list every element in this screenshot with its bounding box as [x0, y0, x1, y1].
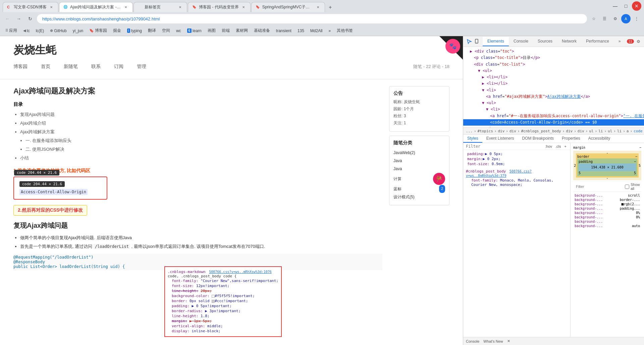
tab-close-csdn[interactable]: ✕ [49, 5, 54, 10]
show-all-check[interactable] [625, 185, 629, 189]
tree-line-selected[interactable]: <code>Access-Control-Allow-Origin</code>… [463, 119, 644, 126]
reload-button[interactable]: ↻ [25, 14, 35, 23]
tab-sources[interactable]: Sources [533, 37, 557, 46]
right-filter-input[interactable] [576, 185, 622, 189]
tree-line[interactable]: <a href="#ajax跨域解决方案">Ajax跨域解决方案</a> [463, 93, 644, 100]
bc-dots[interactable]: ... [466, 129, 473, 133]
tree-line[interactable]: <a href="#一-在服务端添加响应头access-control-allo… [463, 113, 644, 119]
styles-tab-styles[interactable]: Styles [463, 135, 482, 143]
bc-li2[interactable]: li [617, 129, 622, 133]
profile-icon[interactable]: A [621, 14, 631, 23]
cls-button[interactable]: .cls [554, 144, 562, 149]
menu-icon[interactable]: ⋮ [632, 14, 641, 23]
tree-line[interactable]: ▶ <li></li> [463, 80, 644, 87]
extensions-icon[interactable]: ⚙ [610, 14, 620, 23]
bookmark-draw[interactable]: 画图 [205, 27, 218, 34]
bookmark-materials[interactable]: 素材网 [233, 27, 251, 34]
tab-close-spring[interactable]: ✕ [315, 5, 321, 10]
bc-div4[interactable]: div [578, 129, 584, 133]
bookmark-typing[interactable]: t typing [124, 27, 145, 34]
tab-network[interactable]: Network [557, 37, 581, 46]
tab-performance[interactable]: Performance [581, 37, 614, 46]
nav-contact[interactable]: 联系 [91, 64, 101, 70]
styles-tab-properties[interactable]: Properties [558, 135, 584, 143]
bc-code[interactable]: code [634, 129, 643, 133]
bookmark-md2all[interactable]: Md2All [308, 27, 325, 34]
maximize-button[interactable]: □ [621, 1, 631, 11]
bookmark-transient[interactable]: transient [273, 27, 294, 34]
bookmark-translate[interactable]: 翻译 [145, 27, 159, 34]
tree-line[interactable]: <div class="toc-list"> [463, 61, 644, 68]
category-item-design[interactable]: 设计模式(5) [393, 193, 445, 201]
bookmark-others[interactable]: 其他书签 [334, 27, 356, 34]
whatsnew-tab-bottom[interactable]: What's New [483, 339, 503, 343]
tree-line[interactable]: <p class="toc-title">目录</p> [463, 55, 644, 61]
bookmark-lc[interactable]: ◀ lc [20, 27, 33, 34]
bookmark-135[interactable]: 135 [295, 27, 307, 34]
new-tab-button[interactable]: + [326, 3, 335, 12]
bookmark-github[interactable]: ⊕ GitHub [47, 27, 69, 34]
bookmark-basics[interactable]: 基础准备 [251, 27, 273, 34]
console-tab-bottom[interactable]: Console [466, 339, 479, 343]
category-item[interactable]: 计算 🎋 [393, 173, 445, 185]
category-item[interactable]: Java [393, 165, 445, 173]
toc-subitem[interactable]: 二. 使用JSONP解决 [25, 145, 382, 154]
bookmark-more[interactable]: » [326, 27, 334, 34]
tab-elements[interactable]: Elements [483, 37, 509, 46]
bookmark-learn[interactable]: 6 learn [184, 27, 204, 34]
filter-input[interactable] [466, 144, 541, 149]
bc-postbody[interactable]: #cnblogs_post_body [521, 129, 561, 133]
bc-a[interactable]: a [627, 129, 629, 133]
bc-div3[interactable]: div [566, 129, 573, 133]
tab-close-bokeyuan[interactable]: ✕ [241, 5, 246, 10]
back-button[interactable]: ← [3, 14, 12, 23]
bc-ul[interactable]: ul [589, 129, 593, 133]
tree-line[interactable]: ▶ <div class="toc"> [463, 48, 644, 55]
hov-button[interactable]: :hov [544, 144, 553, 149]
add-rule-button[interactable]: + [564, 144, 568, 149]
settings-icon[interactable]: ⚙ [635, 38, 642, 45]
tab-ajax[interactable]: 🌐 Ajax跨域问题及解决方案 - 炭烧... ✕ [59, 2, 133, 12]
tree-line[interactable]: ▼ <li> [463, 87, 644, 93]
forward-button[interactable]: → [14, 14, 23, 23]
bookmark-juejin[interactable]: 掘金 [110, 27, 124, 34]
tab-more[interactable]: » [614, 37, 626, 46]
device-icon[interactable] [473, 38, 480, 45]
bc-div2[interactable]: div [509, 129, 516, 133]
toc-item[interactable]: Ajax跨域介绍 [20, 119, 382, 128]
nav-bokeyuan[interactable]: 博客园 [13, 64, 28, 70]
tab-console[interactable]: Console [509, 37, 533, 46]
bc-ul2[interactable]: ul [608, 129, 612, 133]
category-item-badge[interactable]: 蓝标 2 [393, 185, 445, 193]
cursor-icon[interactable] [466, 38, 473, 45]
bookmark-star-icon[interactable]: ☆ [589, 14, 598, 23]
close-whatsnew[interactable]: ✕ [507, 339, 510, 343]
tab-close-ajax[interactable]: ✕ [123, 5, 128, 10]
bookmark-space[interactable]: 空间 [159, 27, 173, 34]
bookmark-apps[interactable]: ⠿ 应用 [3, 27, 20, 34]
tree-line[interactable]: ▶ <li></li> [463, 74, 644, 80]
tree-line[interactable]: ▼ <li> [463, 106, 644, 113]
styles-tab-dombreakpoints[interactable]: DOM Breakpoints [518, 135, 558, 143]
bookmark-yijun[interactable]: yi_jun [70, 27, 86, 34]
category-item[interactable]: JavaWeb(2) [393, 149, 445, 157]
nav-home[interactable]: 首页 [41, 64, 50, 70]
address-input[interactable]: https://www.cnblogs.com/tanshaoshenghao/… [37, 14, 587, 23]
tree-line[interactable]: ▼ <ul> [463, 100, 644, 106]
styles-tab-eventlisteners[interactable]: Event Listeners [482, 135, 518, 143]
nav-subscribe[interactable]: 订阅 [114, 64, 123, 70]
css-file-link[interactable]: 500766.css?v=ws..mRhXsw%3d:1076 [209, 270, 272, 274]
category-item[interactable]: Java [393, 157, 445, 165]
bookmark-wc[interactable]: wc [173, 27, 184, 34]
toc-item[interactable]: Ajax跨域解决方案 一. 在服务端添加响应头 二. 使用JSONP解决 [20, 128, 382, 154]
toc-item[interactable]: 小结 [20, 154, 382, 162]
tab-close-newtab[interactable]: ✕ [177, 5, 183, 10]
tree-line[interactable]: ▼ <ul> [463, 68, 644, 74]
nav-newpost[interactable]: 新随笔 [64, 64, 78, 70]
show-all-checkbox[interactable]: Show all [625, 183, 640, 191]
tab-newtab[interactable]: 新标签页 ✕ [133, 2, 187, 12]
bc-topics[interactable]: #topics [478, 129, 493, 133]
reading-list-icon[interactable]: ☰ [600, 14, 609, 23]
toc-item[interactable]: 复现Ajax跨域问题 [20, 110, 382, 119]
tab-spring[interactable]: 🔖 SpringAndSpringMVC子容器... ✕ [251, 2, 325, 12]
